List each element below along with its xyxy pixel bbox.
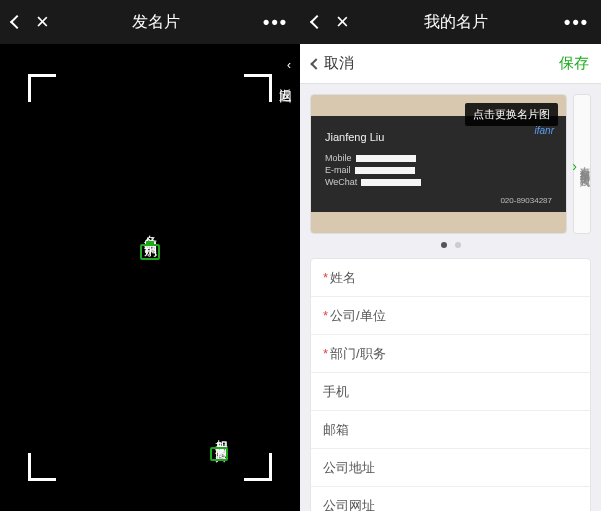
change-image-tag[interactable]: 点击更换名片图	[465, 103, 558, 126]
field-dept[interactable]: * 部门/职务	[311, 335, 590, 373]
more-icon[interactable]: •••	[263, 12, 288, 33]
close-icon[interactable]: ×	[36, 11, 49, 33]
field-label: 公司网址	[323, 497, 393, 512]
page-title-left: 发名片	[132, 12, 180, 33]
back-icon[interactable]	[10, 15, 24, 29]
save-button[interactable]: 保存	[559, 54, 589, 73]
gallery-label[interactable]: 相册名片图片	[212, 429, 230, 441]
card-mobile-row: Mobile	[325, 153, 416, 163]
company-input[interactable]	[400, 308, 578, 323]
subbar: 取消 保存	[300, 44, 601, 84]
field-mobile[interactable]: 手机	[311, 373, 590, 411]
chevron-left-icon: ‹	[287, 58, 291, 72]
card-phone: 020-89034287	[500, 196, 552, 205]
gallery-icon[interactable]	[210, 447, 228, 461]
cancel-label: 取消	[324, 54, 354, 73]
field-company[interactable]: * 公司/单位	[311, 297, 590, 335]
card-preview[interactable]: 点击更换名片图 ifanr Jianfeng Liu Mobile E-mail…	[310, 94, 567, 234]
topbar-right: × 我的名片 •••	[300, 0, 601, 44]
website-input[interactable]	[393, 498, 578, 511]
field-website[interactable]: 公司网址	[311, 487, 590, 511]
capture-label: 名片拍照识别	[141, 224, 159, 236]
viewfinder-corner-tl	[28, 74, 56, 102]
screen-capture: × 发名片 ••• ‹ 返回 名片拍照识别 相册名片图片	[0, 0, 300, 511]
pager	[300, 234, 601, 258]
screen-edit: × 我的名片 ••• 取消 保存 点击更换名片图 ifanr Jianfeng …	[300, 0, 601, 511]
swipe-hint[interactable]: 右滑切换到手动输入模式 ›	[573, 94, 591, 234]
required-mark: *	[323, 308, 328, 323]
camera-icon[interactable]	[140, 244, 160, 260]
form: * 姓名 * 公司/单位 * 部门/职务 手机 邮箱 公司地址 公司网址	[310, 258, 591, 511]
required-mark: *	[323, 346, 328, 361]
viewfinder-corner-tr	[244, 74, 272, 102]
field-name[interactable]: * 姓名	[311, 259, 590, 297]
swipe-hint-text: 右滑切换到手动输入模式	[578, 159, 592, 170]
page-title-right: 我的名片	[424, 12, 488, 33]
card-name: Jianfeng Liu	[325, 131, 384, 143]
viewfinder-corner-br	[244, 453, 272, 481]
field-email[interactable]: 邮箱	[311, 411, 590, 449]
pager-dot[interactable]	[441, 242, 447, 248]
name-input[interactable]	[400, 270, 578, 285]
pager-dot[interactable]	[455, 242, 461, 248]
viewfinder-corner-bl	[28, 453, 56, 481]
back-icon[interactable]	[310, 15, 324, 29]
field-label: 公司地址	[323, 459, 393, 477]
address-input[interactable]	[393, 460, 578, 475]
email-input[interactable]	[393, 422, 578, 437]
chevron-left-icon	[310, 58, 321, 69]
arrow-right-icon: ›	[572, 158, 578, 174]
close-icon[interactable]: ×	[336, 11, 349, 33]
field-label: 部门/职务	[330, 345, 400, 363]
dept-input[interactable]	[400, 346, 578, 361]
topbar-left: × 发名片 •••	[0, 0, 300, 44]
field-label: 手机	[323, 383, 393, 401]
card-email-row: E-mail	[325, 165, 415, 175]
field-label: 邮箱	[323, 421, 393, 439]
field-address[interactable]: 公司地址	[311, 449, 590, 487]
cancel-button[interactable]: 取消	[312, 54, 354, 73]
return-label[interactable]: 返回	[276, 78, 294, 82]
more-icon[interactable]: •••	[564, 12, 589, 33]
field-label: 公司/单位	[330, 307, 400, 325]
card-brand: ifanr	[535, 125, 554, 136]
required-mark: *	[323, 270, 328, 285]
camera-viewfinder[interactable]: ‹ 返回 名片拍照识别 相册名片图片	[0, 44, 300, 511]
card-wechat-row: WeChat	[325, 177, 421, 187]
mobile-input[interactable]	[393, 384, 578, 399]
field-label: 姓名	[330, 269, 400, 287]
